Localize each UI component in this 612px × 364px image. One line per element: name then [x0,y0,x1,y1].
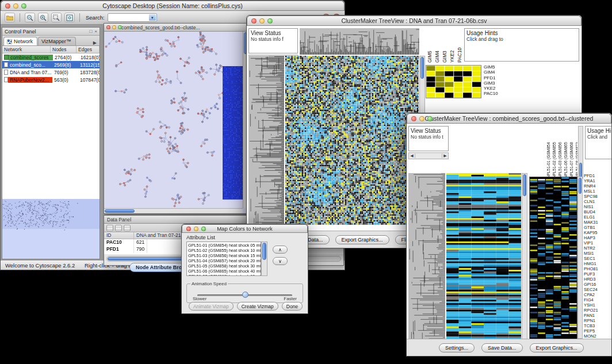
column-label: GPL51-07 (GSM868 [569,126,573,179]
overview-label: YKE2 [484,86,507,91]
open-session-icon[interactable] [5,13,15,22]
search-input[interactable]: ▾ [108,13,157,22]
tab-overflow-icon[interactable]: ▶ [93,40,98,45]
global-overview-heatmap[interactable] [426,65,481,98]
network-tree-space [2,83,100,199]
row-dendrogram[interactable] [248,56,284,225]
column-network[interactable]: Network [2,46,51,53]
search-dropdown-icon[interactable]: ▾ [149,14,156,21]
column-nodes[interactable]: Nodes [51,46,76,53]
network-table-row[interactable]: DNA and Tran 07...769(0)183728(0) [2,68,100,76]
column-edges[interactable]: Edges [76,46,100,53]
maximize-icon[interactable] [118,25,122,29]
minimize-icon[interactable] [259,18,265,24]
close-icon[interactable] [106,25,110,29]
scroll-right-icon[interactable]: ▶ [442,154,448,158]
gene-label: MON2 [584,334,611,339]
close-panel-icon[interactable]: × [94,29,97,34]
minimize-icon[interactable] [194,227,198,231]
network-table-row[interactable]: combined_scores2764(0)16218(0) [2,53,100,61]
treeview-button[interactable]: Save Data... [481,343,523,352]
animation-speed-slider[interactable] [197,291,292,299]
view-status-text: No status info t [411,134,446,140]
treeview-combined-titlebar[interactable]: ClusterMaker TreeView : combined_scores_… [407,113,611,124]
float-panel-icon[interactable]: □ [89,29,92,34]
expression-heatmap[interactable] [285,56,419,225]
gene-label: GPI16 [584,282,611,287]
column-label: GIM4 [434,28,440,63]
treeview-dna-titlebar[interactable]: ClusterMaker TreeView : DNA and Tran 07-… [247,16,582,26]
secondary-heatmap[interactable] [529,177,577,340]
maximize-icon[interactable] [201,227,206,231]
treeview-button[interactable]: Export Graphics... [335,235,389,244]
expression-heatmap[interactable] [446,173,521,340]
close-icon[interactable] [186,227,191,231]
scroll-left-icon[interactable]: ◀ [409,154,415,158]
move-down-button[interactable]: ∨ [273,257,288,265]
network-name: DNA and Tran 07... [8,70,52,75]
zoom-in-icon[interactable] [38,13,48,22]
zoom-out-icon[interactable] [25,13,35,22]
attribute-list[interactable]: GPL51-01 (GSM854) heat shock 05 minGPL51… [186,242,261,276]
minimize-icon[interactable] [419,116,424,121]
maximize-icon[interactable] [21,3,26,9]
vertical-scrollbar[interactable] [522,173,527,340]
animate-vizmap-button[interactable]: Animate Vizmap [189,302,234,311]
column-dendrogram[interactable] [300,28,419,55]
delete-attribute-icon[interactable] [124,225,131,231]
treeview-button[interactable]: Settings... [439,343,475,352]
row-id: PAC10 [104,239,134,246]
attribute-item[interactable]: GPL51-06 (GSM865) heat shock 40 min [188,269,259,274]
faster-label: Faster [284,296,297,301]
network-table-body: combined_scores2764(0)16218(0)combined_s… [2,53,100,83]
toolbar-separator [20,13,20,22]
close-icon[interactable] [411,116,416,121]
minimize-icon[interactable] [13,3,18,9]
column-label-scrollbar[interactable] [578,126,583,179]
attribute-item[interactable]: GPL51-07 (GSM868) heat shock 60 min [188,274,259,276]
select-attributes-icon[interactable] [106,225,113,231]
create-vizmap-button[interactable]: Create Vizmap [237,302,278,311]
dialog-titlebar[interactable]: Map Colors to Network [182,224,308,233]
gene-label: GTB1 [584,225,611,230]
move-up-button[interactable]: ∧ [273,246,288,254]
create-attribute-icon[interactable] [115,225,122,231]
attribute-item[interactable]: GPL51-02 (GSM855) heat shock 10 min [188,248,259,253]
gene-label: HAP3 [584,235,611,240]
tab-network-label: Network [14,39,33,44]
attribute-item[interactable]: GPL51-04 (GSM857) heat shock 20 min [188,258,259,263]
done-button[interactable]: Done [282,302,303,311]
tab-network[interactable]: Network [3,37,37,45]
gene-label: RPN1 [584,318,611,323]
minimize-icon[interactable] [112,25,116,29]
column-id[interactable]: ID [104,232,134,239]
status-scrollbar[interactable]: ◀ ▶ [408,152,449,159]
tab-vizmapper[interactable]: VizMapper™ [38,37,76,45]
zoom-fit-icon[interactable] [64,13,75,22]
dialog-title: Map Colors to Network [196,225,293,232]
maximize-icon[interactable] [427,116,433,121]
attribute-item[interactable]: GPL51-01 (GSM854) heat shock 05 min [188,243,259,248]
attribute-item[interactable]: GPL51-03 (GSM856) heat shock 15 min [188,253,259,258]
row-dendrogram[interactable] [408,173,445,340]
view-status-title: View Status [251,30,296,36]
horizontal-scrollbar[interactable] [104,208,243,213]
gene-list-scrollbar[interactable] [577,177,583,339]
treeview-button[interactable]: Export Graphics... [530,343,584,352]
attribute-item[interactable]: GPL51-05 (GSM858) heat shock 30 min [188,263,259,269]
maximize-icon[interactable] [267,18,273,24]
gene-label: YRA1 [584,178,611,183]
close-icon[interactable] [251,18,257,24]
network-table-row[interactable]: combined_sco...2569(8)13112(15) [2,61,100,68]
network-graph-canvas[interactable] [104,32,243,209]
network-table-row[interactable]: RNAPuberNov2...563(0)107847(0) [2,76,100,83]
slider-thumb[interactable] [242,292,248,298]
zoom-selected-icon[interactable] [51,13,62,22]
network-nodes: 563(0) [52,77,78,83]
close-icon[interactable] [5,3,10,9]
network-overview-thumbnail[interactable] [2,199,100,259]
network-view-titlebar[interactable]: combined_scores_good.txt--cluste... [104,24,248,32]
attribute-list-scrollbar[interactable] [261,242,267,276]
animation-speed-label: Animation Speed [190,281,228,286]
main-titlebar[interactable]: Cytoscape Desktop (Session Name: collins… [1,1,345,11]
